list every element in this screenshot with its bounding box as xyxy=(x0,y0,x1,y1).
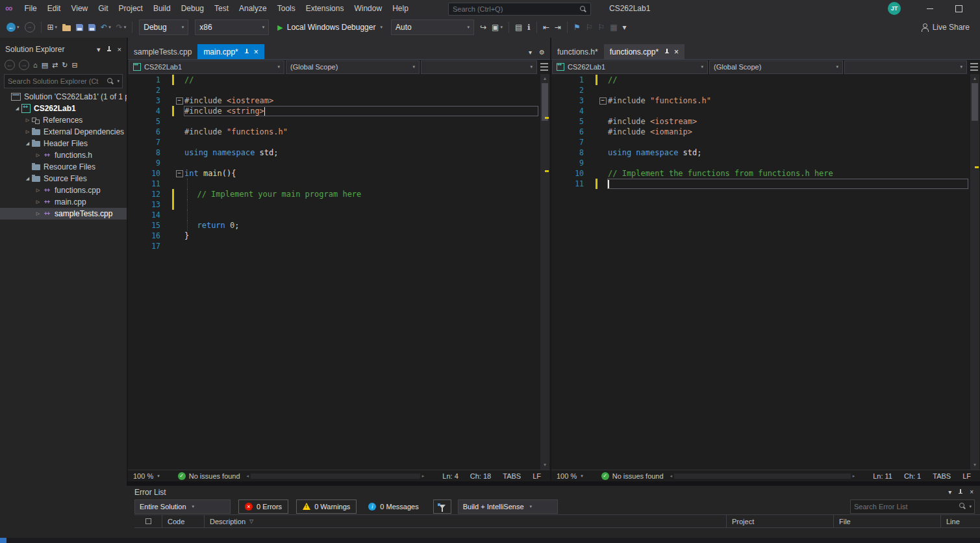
undo-button[interactable]: ↶▾ xyxy=(99,21,113,33)
new-item-button[interactable]: ⊞▾ xyxy=(45,21,60,33)
split-editor-handle[interactable] xyxy=(540,63,548,71)
project-dropdown[interactable]: CS262Lab1 ▾ xyxy=(552,60,708,74)
sync-with-active-document-button[interactable]: ⇄ xyxy=(51,60,59,70)
code-line[interactable]: 6#include <iomanip> xyxy=(551,127,980,137)
scrollbar-thumb[interactable] xyxy=(542,83,548,121)
code-line[interactable]: 3−#include <iostream> xyxy=(128,95,550,106)
vertical-scrollbar[interactable]: ▴ ▾ xyxy=(540,74,549,470)
scroll-up-icon[interactable]: ▴ xyxy=(970,74,979,83)
tab-sampletests-cpp[interactable]: sampleTests.cpp xyxy=(128,44,197,59)
scroll-right-icon[interactable]: ▸ xyxy=(853,474,855,479)
collapse-region-icon[interactable]: − xyxy=(174,95,184,106)
navigate-backward-button[interactable]: ←▾ xyxy=(5,21,21,33)
error-list-body[interactable] xyxy=(127,528,980,538)
code-line[interactable]: 7 xyxy=(128,137,550,147)
scope-dropdown[interactable]: (Global Scope) ▾ xyxy=(286,60,420,74)
code-line[interactable]: 3−#include "functions.h" xyxy=(551,95,980,106)
switch-views-button[interactable]: ▤ xyxy=(40,60,49,70)
parameter-info-button[interactable]: ℹ xyxy=(525,21,533,33)
chevron-down-icon[interactable]: ▾ xyxy=(55,25,58,30)
eol-indicator[interactable]: LF xyxy=(533,472,541,480)
zoom-select[interactable]: 100 % ▾ xyxy=(553,472,587,480)
code-line[interactable]: 5 xyxy=(128,116,550,127)
description-column-header[interactable]: Description ▽ xyxy=(205,515,727,527)
error-list-search-input[interactable] xyxy=(851,503,959,511)
warnings-filter-button[interactable]: 0 Warnings xyxy=(296,499,357,514)
document-health-indicator[interactable]: ✓ No issues found xyxy=(601,472,664,480)
code-line[interactable]: 11 xyxy=(128,179,550,189)
code-line[interactable]: 10// Implement the functions from functi… xyxy=(551,168,980,179)
tab-list-chevron-icon[interactable]: ▾ xyxy=(529,49,532,56)
open-folder-button[interactable] xyxy=(60,23,73,32)
menu-edit[interactable]: Edit xyxy=(42,0,66,17)
scope-filter-select[interactable]: Entire Solution ▾ xyxy=(134,499,231,514)
tree-item-functions-cpp[interactable]: ▷++functions.cpp xyxy=(0,184,127,196)
collapsed-arrow-icon[interactable]: ▷ xyxy=(34,199,42,205)
scrollbar-thumb[interactable] xyxy=(972,83,978,121)
tabs-indicator[interactable]: TABS xyxy=(503,472,521,480)
scroll-up-icon[interactable]: ▴ xyxy=(540,74,549,83)
close-icon[interactable]: × xyxy=(674,48,679,56)
collapsed-arrow-icon[interactable]: ▷ xyxy=(23,118,32,123)
chevron-down-icon[interactable]: ▾ xyxy=(948,488,951,496)
avatar[interactable]: JT xyxy=(888,2,901,15)
tree-item-functions-h[interactable]: ▷++functions.h xyxy=(0,149,127,161)
code-editor-main-cpp[interactable]: 1//23−#include <iostream>4#include <stri… xyxy=(128,74,550,470)
tabs-indicator[interactable]: TABS xyxy=(933,472,951,480)
quick-launch-search[interactable] xyxy=(448,3,591,16)
visual-studio-logo-icon[interactable]: ∞ xyxy=(5,0,12,17)
expanded-arrow-icon[interactable]: ◢ xyxy=(13,106,21,111)
menu-project[interactable]: Project xyxy=(114,0,148,17)
code-line[interactable]: 2 xyxy=(128,85,550,95)
code-line[interactable]: 2 xyxy=(551,85,980,95)
start-debugging-button[interactable]: ▶ Local Windows Debugger ▾ xyxy=(273,20,386,34)
scroll-right-icon[interactable]: ▸ xyxy=(422,474,425,479)
code-column-header[interactable]: Code xyxy=(162,515,205,527)
code-line[interactable]: 1// xyxy=(551,75,980,85)
refresh-button[interactable]: ↻ xyxy=(60,60,69,70)
tree-item-source-files[interactable]: ◢Source Files xyxy=(0,173,127,184)
code-line[interactable]: 7 xyxy=(551,137,980,147)
quick-launch-input[interactable] xyxy=(449,5,580,13)
maximize-button[interactable] xyxy=(944,0,974,17)
horizontal-scrollbar[interactable]: ◂ ▸ xyxy=(670,474,855,479)
menu-view[interactable]: View xyxy=(66,0,93,17)
chevron-down-icon[interactable]: ▾ xyxy=(108,25,111,30)
horizontal-scrollbar[interactable]: ◂ ▸ xyxy=(247,474,425,479)
code-line[interactable]: 14 xyxy=(128,210,550,220)
split-editor-handle[interactable] xyxy=(970,63,978,71)
navigate-forward-button[interactable]: → xyxy=(23,21,37,34)
member-list-button[interactable]: ▤ xyxy=(513,21,524,33)
code-line[interactable]: 11 xyxy=(551,179,980,189)
line-column-header[interactable]: Line xyxy=(941,515,980,527)
tab-main-cpp[interactable]: main.cpp* × xyxy=(197,44,264,59)
code-line[interactable]: 16} xyxy=(128,231,550,241)
scroll-left-icon[interactable]: ◂ xyxy=(247,474,249,479)
expanded-arrow-icon[interactable]: ◢ xyxy=(23,176,32,181)
solution-configurations-select[interactable]: Debug▾ xyxy=(139,19,188,35)
home-button[interactable]: ⌂ xyxy=(32,60,39,70)
scroll-left-icon[interactable]: ◂ xyxy=(670,474,673,479)
menu-window[interactable]: Window xyxy=(349,0,387,17)
tree-item-main-cpp[interactable]: ▷++main.cpp xyxy=(0,196,127,208)
watch-mode-select[interactable]: Auto▾ xyxy=(391,19,474,35)
member-dropdown[interactable]: ▾ xyxy=(421,60,537,74)
tree-item-header-files[interactable]: ◢Header Files xyxy=(0,138,127,149)
collapsed-arrow-icon[interactable]: ▷ xyxy=(34,188,42,193)
member-dropdown[interactable]: ▾ xyxy=(844,60,967,74)
chevron-down-icon[interactable]: ▾ xyxy=(124,25,127,30)
file-column-header[interactable]: File xyxy=(834,515,941,527)
code-line[interactable]: 9 xyxy=(128,158,550,168)
save-button[interactable] xyxy=(74,23,85,32)
code-line[interactable]: 6#include "functions.h" xyxy=(128,127,550,137)
hscroll-track[interactable] xyxy=(674,474,851,479)
collapsed-arrow-icon[interactable]: ▷ xyxy=(34,153,42,158)
scrollbar-track[interactable] xyxy=(540,83,549,461)
tree-item-cs262lab1[interactable]: ◢CS262Lab1 xyxy=(0,103,127,114)
panel-splitter[interactable] xyxy=(127,481,980,486)
code-line[interactable]: 8using namespace std; xyxy=(128,147,550,158)
code-line[interactable]: 15 return 0; xyxy=(128,220,550,231)
increase-indent-button[interactable]: ⇥ xyxy=(553,21,563,33)
menu-git[interactable]: Git xyxy=(93,0,113,17)
chevron-down-icon[interactable]: ▾ xyxy=(97,45,101,54)
